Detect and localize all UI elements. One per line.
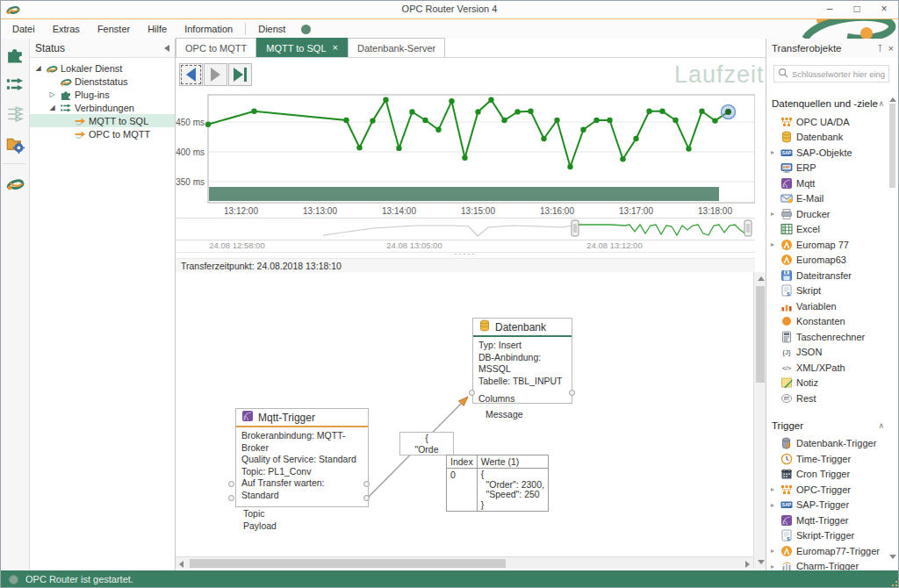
item-expander-icon[interactable]: ▸: [768, 563, 777, 570]
transfer-item-opc-trigger[interactable]: ▸OPC-Trigger: [766, 482, 888, 498]
transfer-item-drucker[interactable]: ▸Drucker: [766, 206, 888, 222]
transfer-item-mqtt-trigger[interactable]: Mqtt-Trigger: [766, 513, 888, 528]
tab-mqtt-to-sql[interactable]: MQTT to SQL×: [256, 38, 348, 57]
item-expander-icon[interactable]: ▸: [768, 148, 777, 156]
transfer-item-cron-trigger[interactable]: Cron Trigger: [766, 467, 888, 483]
item-expander-icon[interactable]: ▸: [768, 485, 777, 493]
section-header-trigger[interactable]: Trigger∧: [766, 415, 888, 436]
port-message-right[interactable]: [569, 390, 575, 396]
timeline-overview[interactable]: 24.08 12:58:0024.08 13:05:0024.08 13:12:…: [176, 218, 755, 253]
item-expander-icon[interactable]: ▸: [768, 547, 777, 555]
transfer-item-datenbank-trigger[interactable]: Datenbank-Trigger: [766, 436, 888, 452]
horizontal-scrollbar-thumb[interactable]: [190, 559, 506, 568]
strip-button-connections[interactable]: [3, 72, 27, 97]
section-header-datenquellen-und-ziele[interactable]: Datenquellen und -ziele∧: [766, 93, 888, 114]
tab-close-icon[interactable]: ×: [333, 43, 338, 53]
search-input[interactable]: Schlüsselwörter hier eingeben: [773, 65, 889, 82]
menu-hilfe[interactable]: Hilfe: [139, 21, 176, 37]
transfer-item-rest[interactable]: RTRest: [766, 391, 888, 406]
strip-button-puzzle[interactable]: [3, 42, 27, 67]
item-expander-icon[interactable]: ▸: [768, 240, 777, 248]
maximize-button[interactable]: □: [844, 1, 870, 18]
transfer-item-json[interactable]: {J}JSON: [766, 345, 888, 361]
autohide-pin-icon[interactable]: [164, 45, 169, 52]
item-expander-icon[interactable]: ▸: [768, 210, 777, 218]
tree-item-lokaler-dienst[interactable]: ◢Lokaler Dienst: [30, 61, 175, 75]
panel-close-icon[interactable]: ×: [888, 43, 894, 54]
pane-splitter[interactable]: ·····: [176, 251, 755, 258]
transfer-item-sap-trigger[interactable]: ▸SAPSAP-Trigger: [766, 498, 888, 513]
tree-item-dienststatus[interactable]: Dienststatus: [30, 75, 175, 88]
strip-button-router-logo[interactable]: [3, 171, 27, 196]
tree-item-verbindungen[interactable]: ◢Verbindungen: [30, 101, 175, 114]
menu-datei[interactable]: Datei: [4, 21, 44, 37]
collapse-chevron-icon[interactable]: ∧: [878, 99, 884, 108]
nav-forward-button[interactable]: [204, 63, 227, 86]
tree-item-plug-ins[interactable]: ▷Plug-ins: [30, 88, 175, 101]
resize-grip[interactable]: [888, 577, 897, 586]
transfer-item-skript[interactable]: sSkript: [766, 283, 888, 299]
panel-scrollbar-thumb[interactable]: [889, 104, 895, 188]
datenbank-node[interactable]: Datenbank Typ: InsertDB-Anbindung: MSSQL…: [472, 318, 572, 404]
transfer-item-taschenrechner[interactable]: Taschenrechner: [766, 329, 888, 345]
port-payload-right[interactable]: [363, 495, 370, 501]
panel-scrollbar[interactable]: [888, 93, 897, 563]
transfer-item-excel[interactable]: Excel: [766, 222, 888, 238]
transfer-item-skript-trigger[interactable]: sSkript-Trigger: [766, 528, 888, 544]
transfer-item-time-trigger[interactable]: Time-Trigger: [766, 451, 888, 467]
transfer-item-variablen[interactable]: Variablen: [766, 298, 888, 314]
nav-back-button[interactable]: [179, 63, 203, 86]
panel-scroll-up-icon[interactable]: [889, 97, 896, 102]
transfer-item-mqtt[interactable]: Mqtt: [766, 176, 888, 191]
transfer-item-datenbank[interactable]: Datenbank: [766, 130, 888, 146]
item-expander-icon[interactable]: ▸: [768, 501, 777, 509]
transfer-item-xml-xpath[interactable]: </>XML/XPath: [766, 360, 888, 376]
collapse-chevron-icon[interactable]: ∧: [878, 421, 884, 430]
tree-expander-icon[interactable]: ◢: [33, 64, 43, 72]
menu-fenster[interactable]: Fenster: [89, 21, 139, 37]
horizontal-scrollbar[interactable]: [176, 556, 753, 569]
strip-button-jobs[interactable]: [3, 132, 27, 156]
panel-scroll-down-icon[interactable]: [889, 555, 896, 559]
minimize-button[interactable]: –: [816, 1, 843, 18]
nav-last-button[interactable]: [228, 63, 252, 86]
vertical-scrollbar-thumb[interactable]: [756, 286, 765, 383]
tab-opc-to-mqtt[interactable]: OPC to MQTT: [176, 38, 256, 57]
overview-range-handle[interactable]: [744, 220, 752, 236]
transfer-item-label: Charm-Trigger: [796, 561, 859, 570]
tab-datenbank-server[interactable]: Datenbank-Server: [348, 38, 445, 57]
transfer-item-e-mail[interactable]: E-Mail: [766, 191, 888, 207]
scroll-left-icon[interactable]: [179, 561, 183, 568]
transfer-item-charm-trigger[interactable]: ▸Charm-Trigger: [766, 559, 888, 571]
menu-dienst[interactable]: Dienst: [249, 21, 294, 37]
transfer-item-euromap77-trigger[interactable]: ▸Euromap77-Trigger: [766, 543, 888, 559]
scroll-down-icon[interactable]: [758, 560, 765, 564]
runtime-chart[interactable]: 450 ms400 ms350 ms13:12:0013:13:0013:14:…: [176, 91, 755, 219]
menu-information[interactable]: Information: [176, 21, 241, 37]
transfer-item-dateitransfer[interactable]: Dateitransfer: [766, 268, 888, 283]
close-button[interactable]: ×: [871, 1, 897, 18]
menu-extras[interactable]: Extras: [44, 21, 89, 37]
scroll-up-icon[interactable]: [758, 276, 765, 281]
transfer-item-sap-objekte[interactable]: ▸SAPSAP-Objekte: [766, 145, 888, 161]
tree-item-mqtt-to-sql[interactable]: MQTT to SQL: [30, 114, 175, 127]
tree-expander-icon[interactable]: ◢: [47, 104, 57, 111]
transfer-item-opc-ua-da[interactable]: OPC UA/DA: [766, 114, 888, 130]
transfer-item-notiz[interactable]: Notiz: [766, 376, 888, 391]
vertical-scrollbar[interactable]: [753, 272, 766, 569]
mqtt-trigger-node[interactable]: Mqtt-Trigger Brokeranbindung: MQTT-Broke…: [235, 408, 369, 507]
port-message-left[interactable]: [469, 390, 475, 396]
transfer-item-erp[interactable]: ERPERP: [766, 161, 888, 176]
overview-range-handle[interactable]: [572, 220, 579, 236]
transfer-item-konstanten[interactable]: Konstanten: [766, 314, 888, 330]
port-topic-left[interactable]: [228, 481, 234, 487]
transfer-item-euromap63[interactable]: Euromap63: [766, 253, 888, 269]
tree-item-opc-to-mqtt[interactable]: OPC to MQTT: [30, 127, 175, 140]
pin-icon[interactable]: ⊺: [878, 43, 883, 54]
tree-expander-icon[interactable]: ▷: [47, 90, 57, 98]
scroll-right-icon[interactable]: [745, 561, 750, 568]
transfer-item-euromap-77[interactable]: ▸Euromap 77: [766, 237, 888, 253]
port-topic-right[interactable]: [363, 481, 370, 487]
port-payload-left[interactable]: [228, 495, 234, 501]
strip-button-templates[interactable]: [3, 102, 27, 126]
